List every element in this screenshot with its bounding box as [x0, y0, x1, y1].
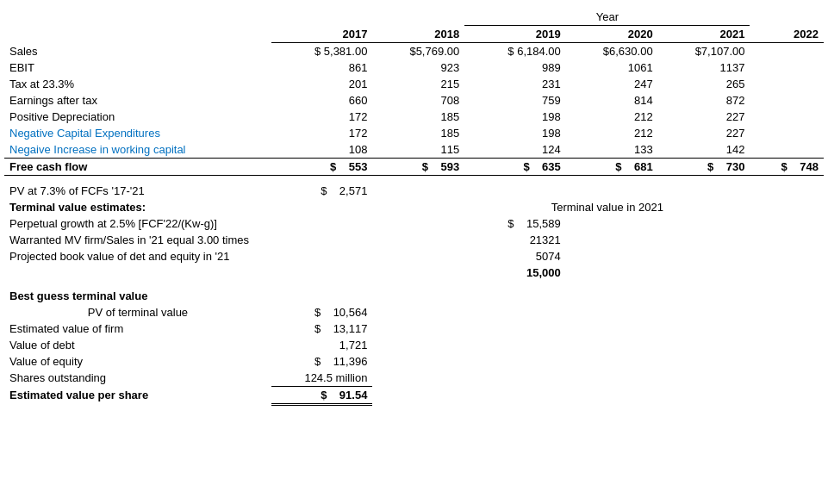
empty-d-rest: [372, 337, 824, 353]
fcf-2017: $ 553: [271, 159, 373, 176]
ebit-label: EBIT: [4, 59, 271, 76]
fcf-label: Free cash flow: [4, 159, 271, 176]
shares-value: 124.5 million: [271, 370, 373, 387]
main-container: Year 2017 2018 2019 2020 2021 2022 Sales…: [0, 0, 828, 504]
neg-cap-2021: 227: [658, 125, 750, 141]
pos-dep-2019: 198: [464, 109, 566, 125]
col-2018: 2018: [372, 26, 464, 43]
equity-dollar: $: [314, 355, 321, 368]
ebit-2021: 1137: [658, 59, 750, 76]
fcf-2022-dollar: $: [781, 160, 788, 173]
perp-value-cell: $ 15,589: [464, 215, 566, 232]
perp-row: Perpetual growth at 2.5% [FCF'22/(Kw-g)]…: [4, 215, 824, 232]
earnings-row: Earnings after tax 660 708 759 814 872: [4, 92, 824, 109]
est-firm-label: Estimated value of firm: [4, 320, 271, 337]
col-2017: 2017: [271, 26, 373, 43]
pv-empty: [372, 183, 824, 199]
empty-warr-3: [372, 232, 464, 248]
empty-tv-7: [750, 199, 824, 215]
pv-terminal-value-cell: $ 10,564: [271, 304, 373, 320]
fcf-2020: $ 681: [566, 159, 658, 176]
ebit-2017: 861: [271, 59, 373, 76]
est-firm-dollar: $: [314, 322, 321, 335]
earnings-2019: 759: [464, 92, 566, 109]
empty-perp-2: [271, 215, 373, 232]
pv-label: PV at 7.3% of FCFs '17-'21: [4, 183, 271, 199]
pv-dollar: $: [321, 184, 327, 197]
sales-2022: [750, 43, 824, 60]
fcf-2022: $ 748: [750, 159, 824, 176]
fcf-2019: $ 635: [464, 159, 566, 176]
neg-cap-2019: 198: [464, 125, 566, 141]
col-2022: 2022: [750, 26, 824, 43]
fcf-2021-value: 730: [726, 160, 745, 173]
equity-row: Value of equity $ 11,396: [4, 353, 824, 370]
per-share-row: Estimated value per share $ 91.54: [4, 386, 824, 404]
fcf-2017-value: 553: [349, 160, 368, 173]
sales-2018: $5,769.00: [372, 43, 464, 60]
fcf-2020-dollar: $: [615, 160, 621, 173]
empty-best-3: [372, 264, 464, 281]
empty-perp-rest: [566, 215, 824, 232]
fcf-2018-dollar: $: [422, 160, 428, 173]
best-value: 15,000: [464, 264, 566, 281]
warr-value: 21321: [464, 232, 566, 248]
earnings-label: Earnings after tax: [4, 92, 271, 109]
terminal-estimates-label: Terminal value estimates:: [4, 199, 271, 215]
pv-terminal-label: PV of terminal value: [4, 304, 271, 320]
year-header: Year: [464, 9, 750, 26]
best-guess-label: Best guess terminal value: [4, 288, 271, 304]
empty-proj-3: [372, 248, 464, 264]
pos-dep-2017: 172: [271, 109, 373, 125]
earnings-2022: [750, 92, 824, 109]
perp-value: 15,589: [526, 217, 561, 230]
empty-proj-rest: [566, 248, 824, 264]
tax-2017: 201: [271, 76, 373, 92]
debt-value: 1,721: [271, 337, 373, 353]
fcf-2018-value: 593: [441, 160, 460, 173]
sales-2020: $6,630.00: [566, 43, 658, 60]
warr-label: Warranted MV firm/Sales in '21 equal 3.0…: [4, 232, 271, 248]
pos-dep-2022: [750, 109, 824, 125]
col-2019: 2019: [464, 26, 566, 43]
equity-value-cell: $ 11,396: [271, 353, 373, 370]
shares-row: Shares outstanding 124.5 million: [4, 370, 824, 387]
est-firm-row: Estimated value of firm $ 13,117: [4, 320, 824, 337]
neg-cap-label: Negative Capital Expenditures: [4, 125, 271, 141]
fcf-2017-dollar: $: [330, 160, 336, 173]
neg-cap-2020: 212: [566, 125, 658, 141]
fcf-2022-value: 748: [800, 160, 819, 173]
empty-best-2: [271, 264, 373, 281]
empty-best-1: [4, 264, 271, 281]
empty-ps-rest: [372, 386, 824, 404]
neg-wc-row: Negaive Increase in working capital 108 …: [4, 141, 824, 159]
sales-2019: $ 6,184.00: [464, 43, 566, 60]
warr-row: Warranted MV firm/Sales in '21 equal 3.0…: [4, 232, 824, 248]
tax-2020: 247: [566, 76, 658, 92]
pv-terminal-dollar: $: [314, 306, 321, 319]
per-share-dollar: $: [321, 389, 327, 401]
earnings-2021: 872: [658, 92, 750, 109]
earnings-2017: 660: [271, 92, 373, 109]
label-col-header: [4, 26, 271, 43]
sales-label: Sales: [4, 43, 271, 60]
pos-dep-row: Positive Depreciation 172 185 198 212 22…: [4, 109, 824, 125]
per-share-value: 91.54: [339, 389, 368, 401]
est-firm-value-cell: $ 13,117: [271, 320, 373, 337]
ebit-2019: 989: [464, 59, 566, 76]
fcf-2019-value: 635: [542, 160, 561, 173]
neg-wc-2019: 124: [464, 141, 566, 159]
empty-proj-2: [271, 248, 373, 264]
proj-value: 5074: [464, 248, 566, 264]
tax-2018: 215: [372, 76, 464, 92]
ebit-row: EBIT 861 923 989 1061 1137: [4, 59, 824, 76]
debt-row: Value of debt 1,721: [4, 337, 824, 353]
empty-eq-rest: [372, 353, 824, 370]
empty-pvt-rest: [372, 304, 824, 320]
fcf-2018: $ 593: [372, 159, 464, 176]
neg-wc-2017: 108: [271, 141, 373, 159]
neg-wc-label: Negaive Increase in working capital: [4, 141, 271, 159]
ebit-2022: [750, 59, 824, 76]
empty-row-1: [4, 176, 824, 183]
pos-dep-2018: 185: [372, 109, 464, 125]
